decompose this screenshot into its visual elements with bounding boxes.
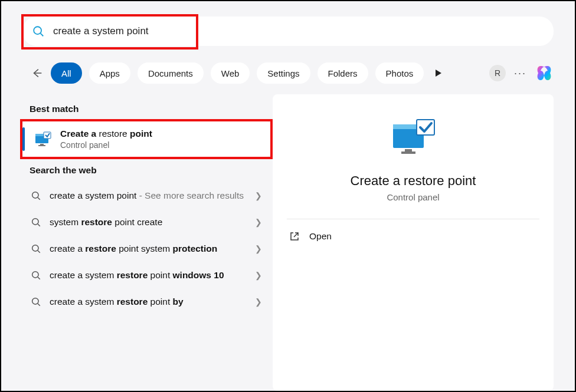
search-icon (32, 25, 45, 38)
action-open[interactable]: Open (287, 219, 539, 253)
svg-rect-6 (38, 145, 45, 146)
tab-label: Photos (386, 68, 414, 78)
svg-line-9 (38, 197, 40, 200)
svg-rect-21 (401, 151, 415, 154)
tab-label: Web (221, 68, 240, 78)
web-results-list: create a system point - See more search … (22, 183, 270, 315)
svg-rect-20 (405, 149, 412, 151)
web-result-item[interactable]: create a system restore point windows 10… (22, 262, 270, 289)
search-input[interactable] (45, 25, 554, 37)
svg-point-0 (34, 27, 41, 34)
tab-label: Settings (267, 68, 299, 78)
tab-settings[interactable]: Settings (257, 62, 310, 84)
svg-line-15 (38, 277, 40, 279)
search-icon (31, 297, 41, 307)
web-result-text: create a restore point system protection (50, 243, 247, 255)
preview-subtitle: Control panel (287, 192, 539, 202)
web-result-text: system restore point create (50, 216, 247, 229)
svg-point-12 (32, 245, 39, 252)
tab-apps[interactable]: Apps (89, 62, 130, 84)
svg-rect-5 (40, 144, 44, 145)
search-icon (31, 243, 41, 254)
web-result-item[interactable]: create a system restore point by❯ (22, 289, 270, 315)
tab-photos[interactable]: Photos (375, 62, 424, 84)
tab-label: Folders (328, 68, 358, 78)
section-best-match-label: Best match (30, 104, 270, 114)
selection-accent (22, 127, 25, 151)
tab-label: All (61, 68, 71, 78)
back-arrow-icon[interactable] (31, 67, 44, 80)
chevron-right-icon: ❯ (255, 297, 262, 307)
open-external-icon (289, 231, 300, 242)
more-filters-icon[interactable] (436, 70, 441, 77)
tab-folders[interactable]: Folders (318, 62, 368, 84)
preview-pane: Create a restore point Control panel Ope… (273, 94, 554, 391)
search-icon (31, 270, 41, 281)
chevron-right-icon: ❯ (255, 218, 262, 227)
user-initial: R (495, 68, 500, 78)
search-bar[interactable] (22, 17, 554, 46)
tab-web[interactable]: Web (211, 62, 250, 84)
section-search-web-label: Search the web (30, 165, 270, 176)
web-result-item[interactable]: create a restore point system protection… (22, 236, 270, 262)
svg-line-11 (38, 224, 40, 226)
more-options-icon[interactable]: ··· (514, 67, 526, 80)
web-result-text: create a system point - See more search … (50, 190, 247, 202)
svg-line-1 (41, 34, 44, 37)
web-result-item[interactable]: create a system point - See more search … (22, 183, 270, 209)
svg-line-13 (38, 251, 40, 253)
svg-point-16 (32, 298, 39, 305)
tab-documents[interactable]: Documents (138, 62, 204, 84)
svg-point-14 (32, 272, 39, 278)
chevron-right-icon: ❯ (255, 271, 262, 280)
preview-title: Create a restore point (287, 173, 539, 189)
web-result-text: create a system restore point windows 10 (50, 269, 247, 282)
chevron-right-icon: ❯ (255, 244, 262, 253)
chevron-right-icon: ❯ (255, 191, 262, 200)
monitor-check-icon-large (390, 118, 437, 160)
svg-point-10 (32, 219, 39, 225)
search-icon (31, 190, 41, 201)
web-result-text: create a system restore point by (50, 296, 247, 308)
web-result-item[interactable]: system restore point create❯ (22, 209, 270, 236)
user-avatar[interactable]: R (489, 65, 506, 81)
best-match-result[interactable]: Create a restore point Control panel (22, 121, 270, 157)
action-label: Open (309, 231, 332, 242)
tab-label: Apps (100, 68, 120, 78)
monitor-check-icon (34, 130, 52, 148)
best-match-subtitle: Control panel (60, 140, 152, 150)
search-icon (31, 217, 41, 228)
best-match-title: Create a restore point (60, 129, 152, 139)
filter-bar: All Apps Documents Web Settings Folders … (31, 60, 554, 86)
svg-line-17 (38, 304, 40, 306)
tab-label: Documents (148, 68, 193, 78)
copilot-icon[interactable] (535, 64, 554, 83)
svg-point-8 (32, 192, 39, 199)
tab-all[interactable]: All (51, 62, 82, 84)
